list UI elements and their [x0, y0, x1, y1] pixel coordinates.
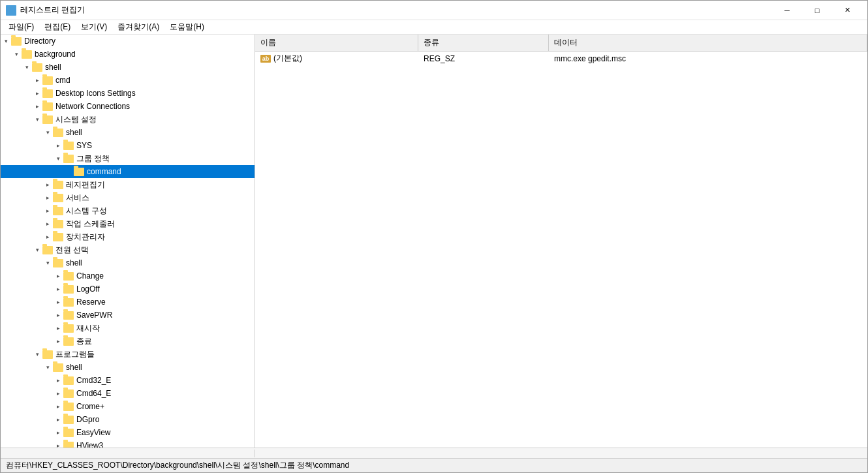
- folder-icon: [63, 376, 74, 385]
- tree-item-background[interactable]: ▾background: [1, 48, 255, 61]
- ab-icon: ab: [260, 55, 271, 63]
- tree-item-crome[interactable]: ▸Crome+: [1, 400, 255, 413]
- tree-item-power-select[interactable]: ▾전원 선택: [1, 243, 255, 256]
- expand-icon[interactable]: ▸: [32, 101, 42, 112]
- expand-icon[interactable]: ▸: [53, 375, 63, 386]
- expand-icon[interactable]: ▾: [22, 62, 32, 72]
- tree-item-shell2[interactable]: ▾shell: [1, 126, 255, 139]
- data-header: 데이터: [549, 35, 867, 51]
- close-button[interactable]: ✕: [832, 1, 862, 20]
- menu-item-h[interactable]: 도움말(H): [164, 20, 209, 34]
- tree-item-shell1[interactable]: ▾shell: [1, 61, 255, 74]
- expand-icon[interactable]: ▾: [11, 49, 22, 59]
- expand-icon[interactable]: ▸: [53, 401, 63, 412]
- data-horizontal-scrollbar[interactable]: [255, 450, 867, 457]
- tree-item-group-policy[interactable]: ▾그룹 정책: [1, 152, 255, 165]
- tree-label: HView3: [76, 441, 252, 448]
- expand-icon[interactable]: ▸: [42, 192, 53, 203]
- app-icon: [6, 5, 16, 16]
- tree-item-savepwr[interactable]: ▸SavePWR: [1, 309, 255, 322]
- tree-item-system-config[interactable]: ▸시스템 구성: [1, 204, 255, 217]
- expand-icon[interactable]: ▸: [53, 310, 63, 320]
- menu-item-v[interactable]: 보기(V): [76, 20, 112, 34]
- expand-icon[interactable]: ▸: [32, 75, 42, 85]
- tree-label: command: [87, 167, 252, 176]
- tree-item-command[interactable]: command: [1, 165, 255, 178]
- folder-icon: [63, 337, 74, 346]
- tree-item-restart[interactable]: ▸재시작: [1, 322, 255, 335]
- maximize-button[interactable]: □: [802, 1, 832, 20]
- expand-icon[interactable]: ▸: [42, 219, 53, 229]
- tree-item-task-scheduler[interactable]: ▸작업 스케줄러: [1, 217, 255, 230]
- minimize-button[interactable]: ─: [772, 1, 802, 20]
- expand-icon[interactable]: ▸: [53, 140, 63, 151]
- expand-icon[interactable]: ▾: [42, 127, 53, 138]
- expand-icon[interactable]: ▾: [32, 245, 42, 255]
- expand-icon[interactable]: ▸: [53, 297, 63, 307]
- tree-item-cmd[interactable]: ▸cmd: [1, 74, 255, 87]
- expand-icon[interactable]: ▾: [42, 258, 53, 268]
- expand-icon[interactable]: ▾: [32, 349, 42, 359]
- tree-label: DGpro: [76, 415, 252, 424]
- folder-icon: [53, 194, 63, 202]
- expand-icon[interactable]: ▸: [42, 232, 53, 242]
- tree-label: shell: [66, 258, 252, 267]
- expand-icon[interactable]: ▾: [53, 153, 63, 164]
- expand-icon[interactable]: ▸: [53, 427, 63, 438]
- tree-item-desktop-icons[interactable]: ▸Desktop Icons Settings: [1, 87, 255, 100]
- tree-label: SYS: [76, 141, 252, 150]
- table-row[interactable]: ab(기본값)REG_SZmmc.exe gpedit.msc: [255, 52, 867, 65]
- folder-icon: [53, 259, 63, 267]
- folder-icon: [63, 324, 74, 333]
- expand-icon[interactable]: ▸: [32, 88, 42, 99]
- tree-item-change[interactable]: ▸Change: [1, 269, 255, 282]
- expand-icon[interactable]: ▸: [42, 206, 53, 216]
- expand-icon[interactable]: ▸: [53, 388, 63, 399]
- expand-icon[interactable]: ▸: [53, 284, 63, 294]
- tree-item-hview3[interactable]: ▸HView3: [1, 439, 255, 448]
- expand-icon[interactable]: ▾: [42, 362, 53, 373]
- menu-item-f[interactable]: 파일(F): [3, 20, 39, 34]
- tree-item-cmd32e[interactable]: ▸Cmd32_E: [1, 374, 255, 387]
- expand-icon[interactable]: ▾: [1, 36, 11, 46]
- tree-item-programs[interactable]: ▾프로그램들: [1, 348, 255, 361]
- tree-label: background: [35, 50, 252, 59]
- expand-icon[interactable]: ▾: [32, 114, 42, 125]
- window-controls: ─ □ ✕: [772, 1, 862, 20]
- tree-item-cmd64e[interactable]: ▸Cmd64_E: [1, 387, 255, 400]
- tree-label: 재시작: [76, 323, 252, 334]
- expand-icon[interactable]: ▸: [53, 414, 63, 425]
- expand-icon[interactable]: ▸: [53, 323, 63, 333]
- tree-item-device-manager[interactable]: ▸장치관리자: [1, 230, 255, 243]
- menu-item-e[interactable]: 편집(E): [39, 20, 76, 34]
- tree-item-system-settings[interactable]: ▾시스템 설정: [1, 113, 255, 126]
- tree-label: shell: [66, 363, 252, 372]
- horizontal-scroll-area[interactable]: [1, 448, 867, 458]
- expand-icon[interactable]: ▸: [53, 336, 63, 346]
- expand-icon[interactable]: ▸: [42, 179, 53, 190]
- tree-label: 레지편집기: [66, 179, 252, 191]
- tree-item-dgpro[interactable]: ▸DGpro: [1, 413, 255, 426]
- tree-item-sys[interactable]: ▸SYS: [1, 139, 255, 152]
- tree-panel[interactable]: ▾Directory▾background▾shell▸cmd▸Desktop …: [1, 35, 255, 448]
- tree-item-shell4[interactable]: ▾shell: [1, 361, 255, 374]
- expand-icon[interactable]: ▸: [53, 440, 63, 448]
- expand-icon[interactable]: ▸: [53, 271, 63, 281]
- tree-item-services[interactable]: ▸서비스: [1, 191, 255, 204]
- tree-item-registry-editor[interactable]: ▸레지편집기: [1, 178, 255, 191]
- tree-item-network[interactable]: ▸Network Connections: [1, 100, 255, 113]
- folder-icon: [42, 76, 53, 85]
- expand-icon[interactable]: [63, 166, 74, 177]
- tree-item-directory[interactable]: ▾Directory: [1, 35, 255, 48]
- tree-item-shutdown[interactable]: ▸종료: [1, 335, 255, 348]
- tree-item-shell3[interactable]: ▾shell: [1, 256, 255, 269]
- folder-icon: [63, 311, 74, 320]
- data-cell: mmc.exe gpedit.msc: [549, 53, 867, 64]
- tree-item-easyview[interactable]: ▸EasyView: [1, 426, 255, 439]
- tree-label: EasyView: [76, 428, 252, 437]
- data-panel[interactable]: 이름 종류 데이터 ab(기본값)REG_SZmmc.exe gpedit.ms…: [255, 35, 867, 448]
- menu-item-a[interactable]: 즐겨찾기(A): [112, 20, 164, 34]
- tree-horizontal-scrollbar[interactable]: [1, 450, 255, 457]
- tree-item-reserve[interactable]: ▸Reserve: [1, 296, 255, 309]
- tree-item-logoff[interactable]: ▸LogOff: [1, 282, 255, 296]
